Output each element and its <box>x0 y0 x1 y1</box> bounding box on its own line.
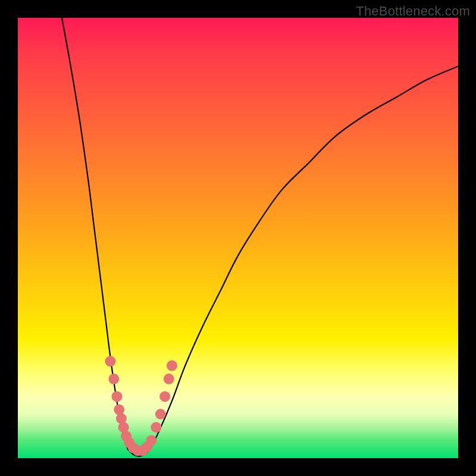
marker-dot <box>105 356 115 367</box>
marker-dot <box>112 391 123 402</box>
plot-area <box>18 18 458 458</box>
marker-dot <box>146 435 156 446</box>
marker-dot <box>108 374 119 384</box>
marker-dot <box>155 409 166 419</box>
marker-dot <box>164 374 174 384</box>
chart-frame: TheBottleneck.com <box>0 0 476 476</box>
marker-dot <box>151 422 161 433</box>
marker-dot <box>167 361 177 371</box>
curve-right-branch <box>150 66 458 449</box>
watermark-text: TheBottleneck.com <box>356 4 470 19</box>
curve-group <box>62 18 458 456</box>
marker-group <box>105 356 177 456</box>
chart-svg <box>18 18 458 458</box>
marker-dot <box>159 391 170 402</box>
curve-left-branch <box>62 18 128 449</box>
